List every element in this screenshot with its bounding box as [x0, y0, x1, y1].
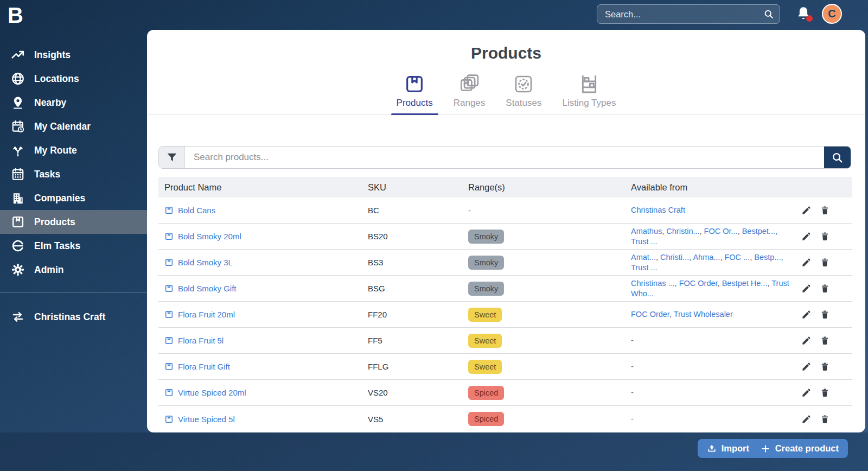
product-search-button[interactable] [824, 147, 851, 168]
search-icon[interactable] [763, 9, 774, 20]
delete-button[interactable] [819, 386, 831, 399]
pencil-icon [801, 231, 812, 241]
tab-ranges[interactable]: Ranges [451, 73, 488, 114]
box-bookmark-icon [164, 258, 174, 267]
app-logo[interactable]: B [0, 0, 147, 28]
row-actions [798, 204, 852, 217]
import-button[interactable]: Import [698, 439, 758, 458]
plus-icon [761, 444, 770, 454]
sidebar-item-my-calendar[interactable]: My Calendar [0, 114, 147, 138]
delete-button[interactable] [819, 334, 831, 347]
sidebar-item-my-route[interactable]: My Route [0, 138, 147, 162]
sidebar-item-insights[interactable]: Insights [0, 43, 147, 67]
product-name-link[interactable]: Bold Smoky Gift [178, 284, 237, 293]
available-from-link[interactable]: Christinas Craft [631, 206, 685, 214]
delete-button[interactable] [819, 204, 831, 217]
delete-button[interactable] [819, 282, 831, 295]
notification-badge [806, 15, 813, 22]
delete-button[interactable] [819, 413, 831, 425]
product-name-link[interactable]: Virtue Spiced 20ml [178, 388, 246, 397]
sidebar-item-admin[interactable]: Admin [0, 258, 147, 282]
empty-value: - [631, 388, 634, 397]
available-from-link[interactable]: Ahma... [693, 253, 720, 262]
delete-button[interactable] [819, 256, 831, 269]
empty-value: - [631, 362, 634, 371]
product-name-link[interactable]: Flora Fruit 20ml [178, 310, 235, 319]
sidebar-item-christinas-craft[interactable]: Christinas Craft [0, 305, 147, 329]
product-name-cell: Bold Smoky Gift [158, 284, 368, 293]
available-from-link[interactable]: Trust Wholesaler [674, 310, 733, 319]
product-name-link[interactable]: Bold Cans [178, 206, 215, 215]
sidebar-item-nearby[interactable]: Nearby [0, 91, 147, 114]
available-from-link[interactable]: FOC Order [631, 310, 669, 319]
available-from-link[interactable]: Bestp... [754, 253, 781, 262]
sidebar-item-tasks[interactable]: Tasks [0, 162, 147, 186]
available-from-link[interactable]: FOC Or... [704, 227, 738, 236]
edit-button[interactable] [800, 360, 813, 373]
notifications-button[interactable] [795, 5, 812, 23]
product-name-link[interactable]: Bold Smoky 3L [178, 258, 233, 267]
available-from-link[interactable]: Trust ... [631, 237, 658, 246]
building-icon [11, 191, 25, 205]
trash-icon [820, 231, 830, 241]
separator: , [781, 253, 783, 262]
row-actions [798, 256, 852, 269]
tab-listing-types[interactable]: Listing Types [560, 73, 618, 114]
available-from-link[interactable]: FOC ... [724, 253, 750, 262]
available-from-link[interactable]: Amat... [631, 253, 656, 262]
product-sku: FF20 [368, 310, 468, 319]
sidebar-item-companies[interactable]: Companies [0, 186, 147, 210]
sidebar-item-label: Elm Tasks [34, 240, 80, 252]
table-row: Virtue Spiced 5l VS5 Spiced - [158, 406, 852, 432]
available-from-link[interactable]: Christi... [660, 253, 689, 262]
separator: , [700, 227, 704, 236]
product-name-link[interactable]: Bold Smoky 20ml [178, 232, 241, 241]
product-name-link[interactable]: Virtue Spiced 5l [178, 415, 235, 424]
tab-label: Products [397, 98, 433, 109]
range-cell: Sweet [468, 308, 631, 322]
separator: , [669, 310, 674, 319]
delete-button[interactable] [819, 308, 831, 321]
product-name-link[interactable]: Flora Fruit Gift [178, 362, 230, 371]
edit-button[interactable] [800, 386, 813, 399]
edit-button[interactable] [800, 256, 813, 269]
edit-button[interactable] [800, 334, 813, 347]
available-from-link[interactable]: Amathus [631, 227, 662, 236]
range-badge: Spiced [468, 412, 504, 426]
range-badge: Smoky [468, 230, 504, 244]
delete-button[interactable] [819, 360, 831, 373]
global-search-input[interactable] [605, 9, 763, 20]
available-from-link[interactable]: Christin... [666, 227, 699, 236]
edit-button[interactable] [800, 230, 813, 243]
product-name-link[interactable]: Flora Fruit 5l [178, 336, 224, 345]
available-from-link[interactable]: FOC Order [679, 279, 718, 288]
edit-button[interactable] [800, 204, 813, 217]
available-cell: - [631, 414, 798, 424]
sidebar-item-locations[interactable]: Locations [0, 67, 147, 91]
tab-products[interactable]: Products [394, 73, 435, 114]
create-product-button[interactable]: Create product [751, 439, 848, 458]
available-from-link[interactable]: Bestpet... [742, 227, 775, 236]
available-cell: Christinas Craft [631, 205, 798, 215]
product-search-input[interactable] [185, 147, 824, 168]
available-from-link[interactable]: Trust ... [631, 263, 658, 272]
available-from-link[interactable]: Bestpet He... [722, 279, 768, 288]
delete-button[interactable] [819, 230, 831, 243]
box-bookmark-icon [404, 73, 425, 95]
edit-button[interactable] [800, 282, 813, 295]
avatar[interactable]: C [822, 4, 842, 24]
sidebar-item-products[interactable]: Products [0, 210, 147, 234]
tab-statuses[interactable]: Statuses [503, 73, 544, 114]
edit-button[interactable] [800, 413, 813, 425]
filter-button[interactable] [159, 147, 185, 168]
pencil-icon [801, 283, 812, 294]
shelf-icon [578, 73, 600, 95]
product-sku: BSG [368, 284, 468, 293]
separator: , [775, 227, 777, 236]
trash-icon [820, 205, 830, 215]
available-from-link[interactable]: Christinas ... [631, 279, 675, 288]
calendar-grid-icon [11, 167, 25, 181]
sidebar-item-elm-tasks[interactable]: Elm Tasks [0, 234, 147, 258]
product-name-cell: Virtue Spiced 5l [158, 415, 368, 424]
edit-button[interactable] [800, 308, 813, 321]
